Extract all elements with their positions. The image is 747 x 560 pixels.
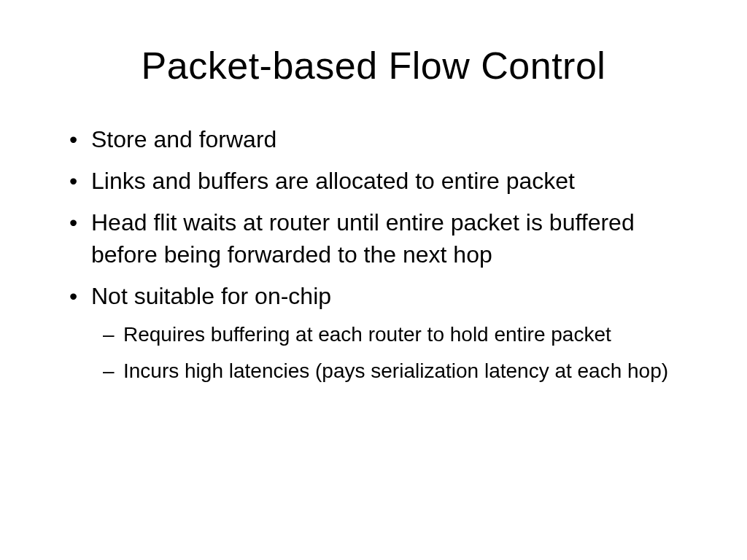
bullet-item: Not suitable for on-chip Requires buffer… xyxy=(69,281,696,385)
slide-content: Store and forward Links and buffers are … xyxy=(51,124,696,385)
bullet-item: Links and buffers are allocated to entir… xyxy=(69,166,696,197)
sub-bullet-item: Incurs high latencies (pays serializatio… xyxy=(103,357,696,385)
bullet-text: Store and forward xyxy=(91,126,276,152)
sub-bullet-text: Requires buffering at each router to hol… xyxy=(123,323,611,346)
bullet-text: Head flit waits at router until entire p… xyxy=(91,209,635,267)
bullet-list-level1: Store and forward Links and buffers are … xyxy=(69,124,696,385)
slide-title: Packet-based Flow Control xyxy=(51,44,696,88)
bullet-list-level2: Requires buffering at each router to hol… xyxy=(103,321,696,385)
bullet-text: Not suitable for on-chip xyxy=(91,283,331,309)
sub-bullet-text: Incurs high latencies (pays serializatio… xyxy=(123,359,668,382)
sub-bullet-item: Requires buffering at each router to hol… xyxy=(103,321,696,349)
bullet-text: Links and buffers are allocated to entir… xyxy=(91,168,575,194)
slide-container: Packet-based Flow Control Store and forw… xyxy=(0,0,747,560)
bullet-item: Head flit waits at router until entire p… xyxy=(69,207,696,270)
bullet-item: Store and forward xyxy=(69,124,696,155)
